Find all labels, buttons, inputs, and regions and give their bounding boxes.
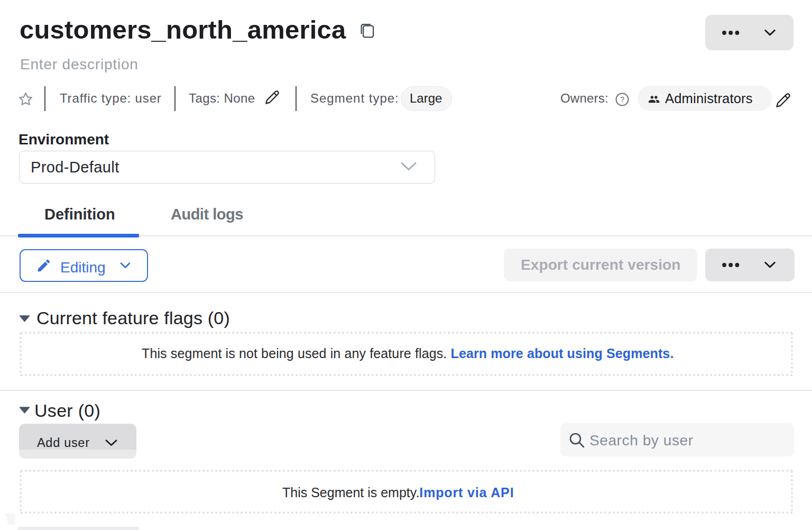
svg-text:?: ?: [620, 95, 624, 104]
